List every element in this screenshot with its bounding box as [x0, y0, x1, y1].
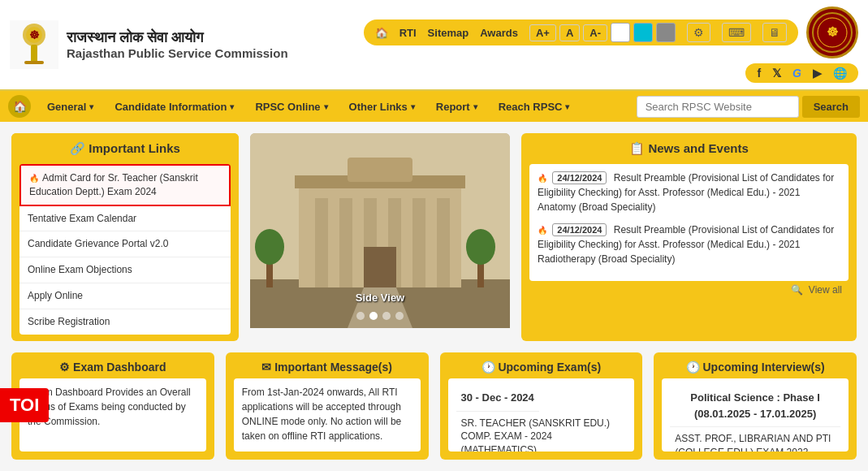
top-nav: 🏠 RTI Sitemap Awards A+ A A- ⚙ ⌨ 🖥	[364, 19, 798, 45]
sitemap-link[interactable]: Sitemap	[428, 27, 469, 39]
search-button[interactable]: Search	[802, 96, 860, 118]
other-links-arrow-icon: ▾	[411, 102, 415, 111]
nav-home-icon[interactable]: 🏠	[8, 95, 31, 118]
list-item[interactable]: Scribe Registration	[19, 309, 231, 335]
important-messages-content: From 1st-Jan-2024 onwards, All RTI appli…	[234, 378, 421, 452]
view-all-link[interactable]: 🔍 View all	[521, 281, 857, 296]
nav-reach-rpsc[interactable]: Reach RPSC ▾	[489, 94, 580, 119]
bottom-section: ⚙ Exam Dashboard Exam Dashboard Provides…	[0, 352, 868, 471]
search-area: Search	[637, 96, 860, 118]
carousel-dot-1[interactable]	[356, 312, 365, 320]
font-size-controls: A+ A A-	[529, 23, 676, 42]
news-date-2: 24/12/2024	[552, 223, 607, 236]
grey-theme-btn[interactable]	[656, 23, 676, 42]
new-badge-icon: 🔥	[538, 174, 547, 183]
toi-overlay[interactable]: TOI	[0, 388, 49, 422]
carousel-dot-2[interactable]	[369, 312, 378, 320]
news-item: 🔥 24/12/2024 Result Preamble (Provisiona…	[538, 171, 840, 214]
emblem-icon: ☸	[812, 12, 853, 53]
header: ☸ राजस्थान लोक सेवा आयोग Rajasthan Publi…	[0, 0, 868, 91]
org-titles: राजस्थान लोक सेवा आयोग Rajasthan Public …	[67, 29, 288, 60]
org-title-hindi: राजस्थान लोक सेवा आयोग	[67, 29, 288, 46]
youtube-icon[interactable]: ▶	[813, 67, 822, 80]
reach-rpsc-arrow-icon: ▾	[565, 102, 569, 111]
list-item[interactable]: Tentative Exam Calendar	[19, 206, 231, 232]
news-events-panel: 📋 News and Events 🔥 24/12/2024 Result Pr…	[521, 133, 857, 341]
list-item[interactable]: 🔥Admit Card for Sr. Teacher (Sanskrit Ed…	[19, 164, 231, 206]
exam-date: 30 - Dec - 2024	[456, 385, 539, 412]
upcoming-interviews-content: Political Science : Phase I (08.01.2025 …	[662, 378, 849, 452]
upcoming-exams-title: 🕐 Upcoming Exam(s)	[440, 352, 643, 378]
important-links-panel: 🔗 Important Links 🔥Admit Card for Sr. Te…	[11, 133, 239, 341]
svg-text:☸: ☸	[827, 25, 838, 39]
news-item: 🔥 24/12/2024 Result Preamble (Provisiona…	[538, 223, 840, 266]
important-links-title: 🔗 Important Links	[11, 133, 239, 164]
svg-rect-12	[315, 198, 328, 287]
report-arrow-icon: ▾	[473, 102, 477, 111]
white-theme-btn[interactable]	[611, 23, 630, 42]
facebook-icon[interactable]: f	[757, 67, 761, 80]
important-links-list: 🔥Admit Card for Sr. Teacher (Sanskrit Ed…	[19, 164, 231, 335]
svg-point-24	[466, 229, 495, 265]
font-normal-btn[interactable]: A	[559, 24, 580, 41]
carousel-image: Side View	[250, 133, 510, 328]
rpsc-emblem: ☸	[806, 6, 858, 58]
news-date-1: 24/12/2024	[552, 171, 607, 184]
rpsc-online-arrow-icon: ▾	[324, 102, 328, 111]
carousel-panel: Side View	[250, 133, 510, 341]
keyboard-icon-btn[interactable]: ⌨	[722, 23, 751, 42]
new-badge-icon-2: 🔥	[538, 226, 547, 235]
awards-link[interactable]: Awards	[480, 27, 518, 39]
svg-rect-3	[24, 61, 44, 64]
font-decrease-btn[interactable]: A-	[583, 24, 607, 41]
general-arrow-icon: ▾	[89, 102, 93, 111]
main-navbar: 🏠 General ▾ Candidate Information ▾ RPSC…	[0, 91, 868, 122]
nav-general[interactable]: General ▾	[37, 94, 103, 119]
interview-date: Political Science : Phase I (08.01.2025 …	[670, 385, 840, 427]
upcoming-interviews-card: 🕐 Upcoming Interview(s) Political Scienc…	[654, 352, 857, 460]
nav-other-links[interactable]: Other Links ▾	[339, 94, 425, 119]
twitter-icon[interactable]: 𝕏	[772, 67, 781, 80]
org-title-english: Rajasthan Public Service Commission	[67, 46, 288, 60]
carousel-dot-4[interactable]	[395, 312, 404, 320]
search-input[interactable]	[637, 96, 799, 118]
svg-text:☸: ☸	[29, 28, 40, 41]
svg-point-22	[255, 229, 284, 265]
web-icon[interactable]: 🌐	[833, 67, 847, 80]
news-events-content: 🔥 24/12/2024 Result Preamble (Provisiona…	[529, 164, 849, 281]
main-content: 🔗 Important Links 🔥Admit Card for Sr. Te…	[0, 122, 868, 352]
news-events-title: 📋 News and Events	[521, 133, 857, 164]
interview-name: ASST. PROF., LIBRARIAN AND PTI (COLLEGE …	[670, 427, 840, 452]
nav-rpsc-online[interactable]: RPSC Online ▾	[245, 94, 337, 119]
rti-link[interactable]: RTI	[399, 27, 417, 39]
google-icon[interactable]: G	[792, 67, 801, 80]
svg-rect-20	[364, 247, 396, 287]
font-increase-btn[interactable]: A+	[529, 24, 556, 41]
monitor-icon-btn[interactable]: 🖥	[762, 23, 787, 42]
nav-report[interactable]: Report ▾	[426, 94, 487, 119]
list-item[interactable]: Candidate Grievance Portal v2.0	[19, 231, 231, 257]
important-messages-card: ✉ Important Message(s) From 1st-Jan-2024…	[226, 352, 429, 460]
svg-rect-19	[348, 158, 412, 182]
list-item[interactable]: Online Exam Objections	[19, 257, 231, 283]
nav-candidate-information[interactable]: Candidate Information ▾	[105, 94, 244, 119]
search-small-icon: 🔍	[791, 284, 803, 296]
settings-icon-btn[interactable]: ⚙	[687, 23, 710, 42]
new-badge: 🔥	[29, 174, 39, 183]
home-icon[interactable]: 🏠	[375, 27, 388, 39]
carousel-dot-3[interactable]	[382, 312, 391, 320]
svg-rect-16	[412, 198, 425, 287]
exam-dashboard-title: ⚙ Exam Dashboard	[11, 352, 214, 378]
candidate-arrow-icon: ▾	[230, 102, 234, 111]
blue-theme-btn[interactable]	[633, 23, 653, 42]
exam-name: SR. TEACHER (SANSKRIT EDU.) COMP. EXAM -…	[456, 412, 627, 452]
carousel-dots	[250, 312, 510, 320]
svg-rect-2	[31, 45, 37, 63]
upcoming-interviews-title: 🕐 Upcoming Interview(s)	[654, 352, 857, 378]
list-item[interactable]: Apply Online	[19, 283, 231, 309]
upcoming-exams-card: 🕐 Upcoming Exam(s) 30 - Dec - 2024 SR. T…	[440, 352, 643, 460]
svg-rect-13	[339, 198, 352, 287]
important-messages-title: ✉ Important Message(s)	[226, 352, 429, 378]
header-left: ☸ राजस्थान लोक सेवा आयोग Rajasthan Publi…	[10, 20, 288, 69]
upcoming-exams-content: 30 - Dec - 2024 SR. TEACHER (SANSKRIT ED…	[448, 378, 635, 452]
